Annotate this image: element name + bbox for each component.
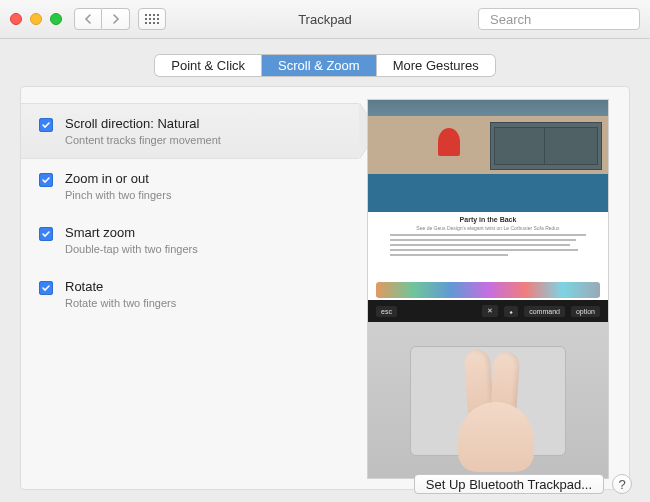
preview-body-text <box>390 234 586 259</box>
grid-icon <box>145 14 159 24</box>
nav-back-forward <box>74 8 130 30</box>
help-button[interactable]: ? <box>612 474 632 494</box>
svg-rect-4 <box>145 18 147 20</box>
option-label: Rotate <box>65 279 176 296</box>
zoom-window-button[interactable] <box>50 13 62 25</box>
tab-point-click[interactable]: Point & Click <box>155 55 262 76</box>
preview-keydeck <box>368 322 608 478</box>
option-scroll-direction[interactable]: Scroll direction: Natural Content tracks… <box>21 103 359 159</box>
back-button[interactable] <box>74 8 102 30</box>
preview-hand <box>448 350 538 460</box>
preview-video: Party in the Back See de Geus Design's e… <box>367 99 609 479</box>
titlebar: Trackpad <box>0 0 650 39</box>
search-input[interactable] <box>490 12 650 27</box>
search-field[interactable] <box>478 8 640 30</box>
svg-rect-2 <box>153 14 155 16</box>
chevron-right-icon <box>112 14 120 24</box>
option-desc: Rotate with two fingers <box>65 297 176 309</box>
gesture-preview: Party in the Back See de Geus Design's e… <box>359 99 617 477</box>
option-zoom[interactable]: Zoom in or out Pinch with two fingers <box>21 159 359 213</box>
option-smart-zoom[interactable]: Smart zoom Double-tap with two fingers <box>21 213 359 267</box>
option-text: Rotate Rotate with two fingers <box>65 279 176 309</box>
svg-rect-10 <box>153 22 155 24</box>
option-text: Zoom in or out Pinch with two fingers <box>65 171 171 201</box>
checkbox-zoom[interactable] <box>39 173 53 187</box>
content-panel: Scroll direction: Natural Content tracks… <box>20 86 630 490</box>
option-rotate[interactable]: Rotate Rotate with two fingers <box>21 267 359 321</box>
tab-scroll-zoom[interactable]: Scroll & Zoom <box>262 55 377 76</box>
option-text: Smart zoom Double-tap with two fingers <box>65 225 198 255</box>
check-icon <box>41 120 51 130</box>
preview-photo <box>368 116 608 212</box>
preview-touchbar: esc✕⬥commandoption <box>368 300 608 322</box>
svg-rect-6 <box>153 18 155 20</box>
preview-caption: Party in the Back See de Geus Design's e… <box>368 216 608 231</box>
preview-dock <box>376 282 600 298</box>
option-text: Scroll direction: Natural Content tracks… <box>65 116 221 146</box>
option-desc: Double-tap with two fingers <box>65 243 198 255</box>
tabs-row: Point & Click Scroll & Zoom More Gesture… <box>0 55 650 76</box>
setup-bluetooth-trackpad-button[interactable]: Set Up Bluetooth Trackpad... <box>414 474 604 494</box>
preview-headline: Party in the Back <box>368 216 608 223</box>
forward-button[interactable] <box>102 8 130 30</box>
svg-rect-11 <box>157 22 159 24</box>
chevron-left-icon <box>84 14 92 24</box>
svg-rect-1 <box>149 14 151 16</box>
svg-rect-0 <box>145 14 147 16</box>
preview-subhead: See de Geus Design's elegant twist on Le… <box>368 225 608 231</box>
footer: Set Up Bluetooth Trackpad... ? <box>0 474 650 494</box>
check-icon <box>41 229 51 239</box>
svg-rect-5 <box>149 18 151 20</box>
check-icon <box>41 283 51 293</box>
option-label: Zoom in or out <box>65 171 171 188</box>
checkbox-rotate[interactable] <box>39 281 53 295</box>
options-list: Scroll direction: Natural Content tracks… <box>21 99 359 477</box>
checkbox-scroll-direction[interactable] <box>39 118 53 132</box>
option-desc: Pinch with two fingers <box>65 189 171 201</box>
option-label: Scroll direction: Natural <box>65 116 221 133</box>
option-label: Smart zoom <box>65 225 198 242</box>
svg-rect-9 <box>149 22 151 24</box>
svg-rect-7 <box>157 18 159 20</box>
show-all-prefs-button[interactable] <box>138 8 166 30</box>
checkbox-smart-zoom[interactable] <box>39 227 53 241</box>
tabs: Point & Click Scroll & Zoom More Gesture… <box>155 55 494 76</box>
tab-more-gestures[interactable]: More Gestures <box>377 55 495 76</box>
check-icon <box>41 175 51 185</box>
preview-screen: Party in the Back See de Geus Design's e… <box>368 100 608 300</box>
svg-rect-8 <box>145 22 147 24</box>
window-controls <box>10 13 62 25</box>
option-desc: Content tracks finger movement <box>65 134 221 146</box>
minimize-window-button[interactable] <box>30 13 42 25</box>
svg-rect-3 <box>157 14 159 16</box>
close-window-button[interactable] <box>10 13 22 25</box>
